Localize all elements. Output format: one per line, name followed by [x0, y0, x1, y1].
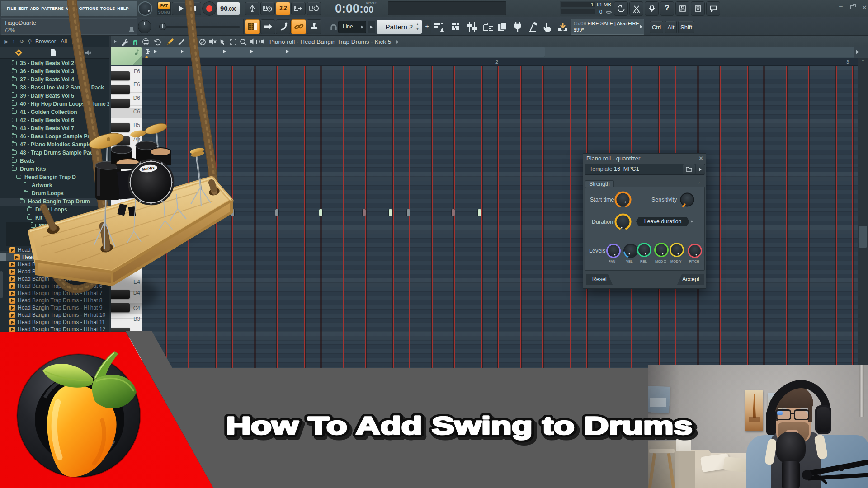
svg-text:How To Add Swing to Drums: How To Add Swing to Drums — [226, 411, 693, 440]
